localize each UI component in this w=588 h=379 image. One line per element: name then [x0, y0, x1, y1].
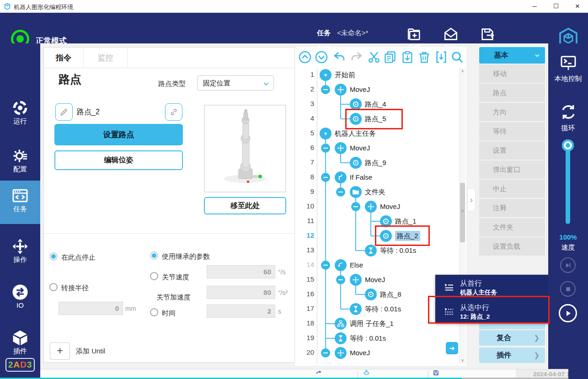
- tree-row-label[interactable]: MoveJ: [380, 202, 400, 212]
- maximize-button[interactable]: ☐: [545, 0, 567, 13]
- palette-footer-1[interactable]: 插件❯: [479, 347, 545, 363]
- gear-icon: [11, 147, 29, 165]
- tree-row-label[interactable]: 路点_2: [395, 231, 420, 241]
- tree-row-label[interactable]: 路点_8: [380, 289, 401, 299]
- delete-button[interactable]: [417, 50, 431, 64]
- sidebar-item-operate[interactable]: 操作: [0, 231, 40, 275]
- stop-here-radio[interactable]: [49, 252, 58, 261]
- tree-row-label[interactable]: 路点_1: [395, 216, 417, 226]
- move-down-icon: [315, 50, 328, 64]
- collapse-minus-icon[interactable]: [321, 85, 330, 94]
- palette-item-9[interactable]: 设置负载: [479, 237, 545, 256]
- inherit-params-radio[interactable]: [150, 251, 158, 260]
- time-input[interactable]: 2: [207, 304, 275, 318]
- tree-row-label[interactable]: 路点_5: [365, 114, 386, 124]
- tree-row-label[interactable]: 等待 : 0.01s: [380, 246, 416, 256]
- palette-item-5[interactable]: 弹出窗口: [479, 160, 545, 179]
- tree-row-label[interactable]: 等待 : 0.01s: [350, 333, 386, 343]
- blend-radius-radio[interactable]: [49, 283, 58, 291]
- palette-item-6[interactable]: 中止: [479, 180, 545, 198]
- tree-row-label[interactable]: 文件夹: [365, 187, 385, 197]
- movej-icon: [337, 85, 345, 94]
- local-control-icon[interactable]: [559, 53, 577, 72]
- tree-row-label[interactable]: 等待 : 0.01s: [365, 304, 401, 314]
- add-until-button[interactable]: +: [50, 342, 70, 360]
- palette-category-basic[interactable]: 基本: [479, 47, 545, 64]
- loop-icon[interactable]: [558, 102, 578, 122]
- undo-button[interactable]: [332, 50, 346, 64]
- collapse-minus-icon[interactable]: [321, 348, 330, 358]
- minimize-button[interactable]: ─: [524, 0, 545, 13]
- palette-hidden-button[interactable]: [479, 324, 545, 329]
- cut-button[interactable]: [367, 50, 381, 64]
- context-menu-item-1[interactable]: 从选中行 12: 路点_2: [435, 299, 549, 323]
- tree-row-label[interactable]: Else: [350, 260, 363, 270]
- sidebar-item-io[interactable]: IO: [0, 277, 40, 320]
- robot-id-badge[interactable]: 2AD3: [5, 358, 35, 372]
- tree-row-label[interactable]: MoveJ: [350, 143, 370, 153]
- tree-row-label[interactable]: 开始前: [335, 70, 355, 80]
- scroll-down-icon[interactable]: ∨: [460, 358, 465, 363]
- sidebar-item-run[interactable]: 运行: [0, 93, 40, 136]
- waypoint-icon: [350, 98, 362, 110]
- palette-item-7[interactable]: 注释: [479, 199, 545, 217]
- sidebar-item-config[interactable]: 配置: [0, 141, 40, 184]
- collapse-minus-icon[interactable]: [336, 187, 345, 197]
- tree-row-label[interactable]: 路点_9: [365, 158, 386, 168]
- palette-item-2[interactable]: 方向: [479, 103, 545, 121]
- waypoint-icon: [380, 215, 392, 227]
- blend-radius-input[interactable]: 0: [59, 302, 123, 315]
- tree-line-number: 1: [297, 70, 314, 78]
- link-button[interactable]: [165, 103, 182, 121]
- tree-row-label[interactable]: 调用 子任务_1: [350, 319, 394, 329]
- collapse-minus-icon[interactable]: [321, 261, 330, 270]
- search-button[interactable]: [450, 50, 464, 64]
- time-radio[interactable]: [150, 308, 158, 316]
- joint-speed-input[interactable]: 60: [207, 265, 275, 278]
- tree-row-label[interactable]: 路点_4: [365, 99, 386, 109]
- scroll-up-icon[interactable]: ∧: [460, 69, 465, 73]
- set-waypoint-button[interactable]: 设置路点: [54, 124, 183, 145]
- play-button[interactable]: [559, 304, 577, 322]
- collapse-minus-icon[interactable]: [351, 202, 360, 211]
- collapse-minus-icon[interactable]: [336, 275, 345, 284]
- tab-instruction[interactable]: 指令: [44, 48, 84, 68]
- joint-speed-radio[interactable]: [150, 272, 158, 280]
- palette-item-8[interactable]: 文件夹: [479, 218, 545, 236]
- tree-collapse-icon[interactable]: ▼: [320, 69, 331, 81]
- close-button[interactable]: ✕: [567, 0, 588, 13]
- palette-footer-0[interactable]: 复合❯: [479, 330, 545, 346]
- step-forward-button[interactable]: [560, 257, 576, 273]
- palette-item-1[interactable]: 路点: [479, 84, 545, 102]
- tree-row-label[interactable]: If False: [350, 172, 372, 182]
- move-up-button[interactable]: [298, 50, 312, 64]
- tree-row-label[interactable]: MoveJ: [365, 275, 385, 285]
- tree-row-label[interactable]: MoveJ: [350, 348, 370, 358]
- context-menu-item-0[interactable]: 从首行 机器人主任务: [435, 275, 549, 299]
- jump-to-selection-button[interactable]: ➜: [446, 342, 458, 354]
- tree-collapse-icon[interactable]: ▼: [320, 128, 331, 139]
- paste-button[interactable]: [401, 50, 414, 64]
- scrollbar-thumb[interactable]: [460, 183, 465, 242]
- collapse-minus-icon[interactable]: [321, 144, 330, 153]
- tree-row-label[interactable]: MoveJ: [350, 85, 370, 95]
- tab-monitor[interactable]: 监控: [84, 48, 128, 68]
- speed-slider-thumb[interactable]: [562, 139, 574, 151]
- stop-button[interactable]: [560, 281, 576, 297]
- move-here-button[interactable]: 移至此处: [204, 197, 286, 214]
- joint-accel-input[interactable]: 80: [207, 286, 275, 299]
- speed-slider-track[interactable]: [566, 145, 570, 224]
- insert-button[interactable]: [434, 50, 448, 64]
- palette-item-0[interactable]: 移动: [479, 64, 545, 83]
- panel-expander[interactable]: ›: [467, 188, 476, 211]
- palette-item-3[interactable]: 等待: [479, 122, 545, 140]
- move-down-button[interactable]: [315, 50, 328, 64]
- edit-pose-button[interactable]: 编辑位姿: [54, 150, 183, 170]
- sidebar-item-task[interactable]: 任务: [0, 181, 40, 224]
- waypoint-type-select[interactable]: 固定位置: [197, 75, 274, 91]
- collapse-minus-icon[interactable]: [321, 173, 330, 182]
- copy-button[interactable]: [383, 50, 397, 64]
- tree-row-label[interactable]: 机器人主任务: [335, 128, 376, 139]
- palette-item-4[interactable]: 设置: [479, 141, 545, 160]
- rename-button[interactable]: [55, 103, 73, 121]
